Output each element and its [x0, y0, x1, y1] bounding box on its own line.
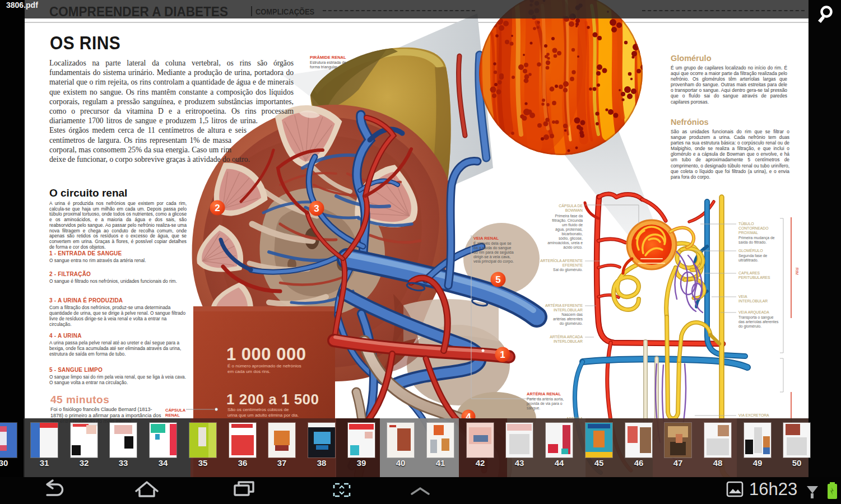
svg-text:RENAL: RENAL	[165, 413, 180, 418]
svg-text:forma triangular.: forma triangular.	[310, 65, 338, 69]
svg-text:INTERLOBULAR: INTERLOBULAR	[554, 308, 583, 312]
svg-text:do glomérulo.: do glomérulo.	[560, 321, 583, 326]
svg-text:ARTÉRIA RENAL: ARTÉRIA RENAL	[527, 391, 561, 396]
svg-text:1 000 000: 1 000 000	[226, 344, 306, 364]
svg-text:ARTERÍOLA AFERENTE: ARTERÍOLA AFERENTE	[540, 258, 583, 263]
svg-text:Primeira fase da: Primeira fase da	[555, 214, 583, 218]
svg-text:Nascem das: Nascem das	[561, 312, 583, 316]
svg-text:saída do filtrado.: saída do filtrado.	[738, 240, 766, 244]
svg-text:Primeira mudança de: Primeira mudança de	[738, 236, 775, 240]
svg-text:VEIA RENAL: VEIA RENAL	[473, 236, 499, 241]
svg-text:INTERLOBULAR: INTERLOBULAR	[738, 299, 768, 303]
svg-text:urina que um adulto elimina po: urina que um adulto elimina por dia.	[227, 413, 299, 418]
svg-text:É o número aproximado de nefró: É o número aproximado de nefrónios	[227, 363, 301, 368]
svg-text:das arteríolas aferentes: das arteríolas aferentes	[738, 320, 779, 324]
svg-text:VEIA ARQUEADA: VEIA ARQUEADA	[738, 310, 769, 315]
svg-text:provida de via para o: provida de via para o	[527, 402, 563, 406]
svg-text:ARTÉRIA ARCADA: ARTÉRIA ARCADA	[550, 334, 583, 339]
svg-text:veia principal do corpo.: veia principal do corpo.	[473, 259, 514, 264]
svg-text:Sai do glomérulo.: Sai do glomérulo.	[553, 268, 583, 272]
svg-text:do rim para de seguida: do rim para de seguida	[473, 250, 514, 255]
svg-text:Transporta o sangue: Transporta o sangue	[738, 315, 774, 320]
svg-text:sangue.: sangue.	[527, 406, 540, 410]
svg-text:Segunda fase de: Segunda fase de	[738, 254, 768, 258]
svg-text:dá a saída do sangue: dá a saída do sangue	[473, 246, 511, 250]
svg-text:1 200 a 1 500: 1 200 a 1 500	[226, 391, 319, 408]
svg-text:1: 1	[500, 349, 505, 360]
svg-text:São os centímetros cúbicos de: São os centímetros cúbicos de	[227, 407, 289, 412]
svg-text:ARTÉRIA EFERENTE: ARTÉRIA EFERENTE	[545, 303, 583, 307]
svg-text:VEIA: VEIA	[738, 295, 747, 298]
svg-text:dirigir-se à veia cava,: dirigir-se à veia cava,	[473, 255, 510, 259]
svg-text:em cada um dos rins.: em cada um dos rins.	[227, 369, 270, 374]
svg-text:do glomérulo.: do glomérulo.	[738, 324, 761, 329]
svg-text:PERITUBULARES: PERITUBULARES	[738, 276, 770, 279]
svg-text:5: 5	[495, 274, 500, 285]
svg-text:água, proteínas,: água, proteínas,	[555, 227, 583, 232]
svg-text:CÁPSULA DE: CÁPSULA DE	[559, 203, 583, 208]
svg-text:um fluido de: um fluido de	[562, 223, 583, 227]
svg-text:EFERENTE: EFERENTE	[563, 263, 583, 267]
svg-text:3: 3	[314, 203, 319, 214]
svg-text:BOWMAN: BOWMAN	[565, 208, 583, 212]
svg-text:Parte da artéria aorta,: Parte da artéria aorta,	[527, 397, 564, 401]
svg-text:VIA EXCRETORA: VIA EXCRETORA	[738, 413, 769, 417]
svg-text:CÁPSULA: CÁPSULA	[165, 408, 186, 413]
svg-text:ácido úrico.: ácido úrico.	[563, 245, 583, 249]
svg-text:PROXIMAL: PROXIMAL	[738, 231, 758, 235]
svg-text:CONTORNEADO: CONTORNEADO	[738, 226, 769, 230]
svg-text:filtração. Circunda: filtração. Circunda	[552, 218, 583, 223]
svg-text:É através dela que se: É através dela que se	[473, 241, 512, 246]
svg-text:CAPILARES: CAPILARES	[738, 271, 760, 275]
svg-text:bicarbonato,: bicarbonato,	[562, 232, 583, 236]
svg-text:Estrutura estriada de: Estrutura estriada de	[310, 60, 346, 64]
svg-text:aminoácidos, ureia e: aminoácidos, ureia e	[547, 241, 583, 245]
svg-text:sódio, glicose,: sódio, glicose,	[559, 236, 583, 241]
svg-text:GLOMÉRULO: GLOMÉRULO	[738, 248, 763, 253]
svg-text:RIM: RIM	[795, 268, 799, 275]
svg-text:PIRÂMIDE RENAL: PIRÂMIDE RENAL	[310, 55, 346, 60]
svg-text:ultrafiltrado.: ultrafiltrado.	[738, 258, 759, 262]
svg-text:INTERLOBULAR: INTERLOBULAR	[554, 339, 583, 343]
svg-text:artérias aferentes: artérias aferentes	[553, 317, 583, 321]
svg-text:TÚBULO: TÚBULO	[738, 221, 754, 226]
